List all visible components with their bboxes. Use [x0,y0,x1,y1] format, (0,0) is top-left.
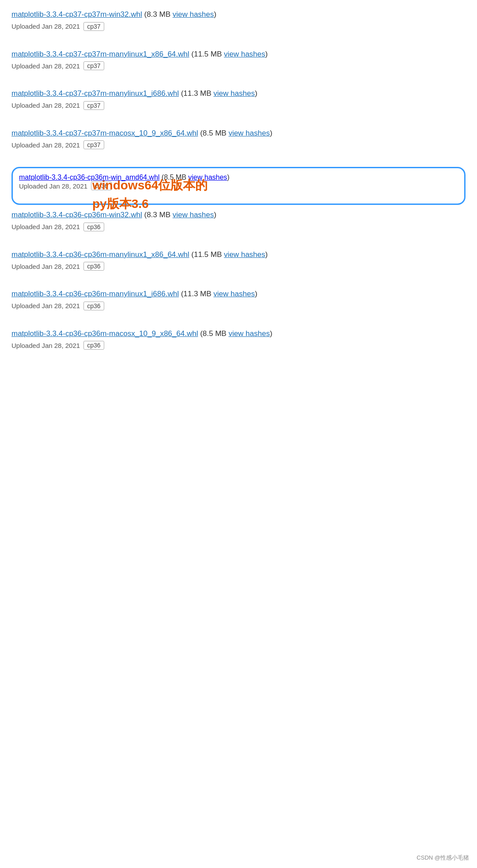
file-download-link[interactable]: matplotlib-3.3.4-cp36-cp36m-win32.whl [11,211,142,219]
file-link-line: matplotlib-3.3.4-cp37-cp37m-manylinux1_i… [11,88,466,99]
python-tag-badge: cp37 [83,101,104,110]
file-link-line: matplotlib-3.3.4-cp36-cp36m-macosx_10_9_… [11,328,466,340]
upload-date-text: Uploaded Jan 28, 2021 [11,302,80,309]
upload-date-text: Uploaded Jan 28, 2021 [11,342,80,349]
python-tag-badge: cp36 [91,181,111,190]
file-download-link[interactable]: matplotlib-3.3.4-cp36-cp36m-macosx_10_9_… [11,329,198,338]
view-hashes-link[interactable]: view hashes [228,129,270,137]
upload-date-text: Uploaded Jan 28, 2021 [11,102,80,109]
file-download-link[interactable]: matplotlib-3.3.4-cp36-cp36m-manylinux1_i… [11,290,179,298]
file-entry-cp36-manylinux1-x86_64: matplotlib-3.3.4-cp36-cp36m-manylinux1_x… [11,249,466,284]
view-hashes-link[interactable]: view hashes [173,10,214,19]
file-entry-cp36-win32: matplotlib-3.3.4-cp36-cp36m-win32.whl (8… [11,209,466,245]
view-hashes-link[interactable]: view hashes [224,250,265,259]
file-size-meta: (8.5 MB view hashes) [198,329,272,338]
csdn-watermark: CSDN @性感小毛猪 [416,854,469,862]
upload-info-line: Uploaded Jan 28, 2021cp37 [11,140,466,149]
view-hashes-link[interactable]: view hashes [173,211,214,219]
upload-info-line: Uploaded Jan 28, 2021cp36 [19,181,458,190]
file-download-link[interactable]: matplotlib-3.3.4-cp37-cp37m-macosx_10_9_… [11,129,198,137]
file-size-meta: (11.5 MB view hashes) [189,250,268,259]
view-hashes-link[interactable]: view hashes [228,329,270,338]
upload-info-line: Uploaded Jan 28, 2021cp36 [11,341,466,350]
upload-date-text: Uploaded Jan 28, 2021 [11,263,80,270]
python-tag-badge: cp36 [83,341,104,350]
file-entry-cp37-manylinux1-i686: matplotlib-3.3.4-cp37-cp37m-manylinux1_i… [11,88,466,123]
upload-info-line: Uploaded Jan 28, 2021cp36 [11,302,466,310]
python-tag-badge: cp36 [83,223,104,231]
view-hashes-link[interactable]: view hashes [188,174,227,181]
python-tag-badge: cp36 [83,262,104,271]
file-link-line: matplotlib-3.3.4-cp36-cp36m-win_amd64.wh… [19,174,458,181]
python-tag-badge: cp36 [83,302,104,310]
upload-info-line: Uploaded Jan 28, 2021cp37 [11,61,466,70]
file-download-link[interactable]: matplotlib-3.3.4-cp37-cp37m-manylinux1_i… [11,89,179,98]
file-download-link[interactable]: matplotlib-3.3.4-cp36-cp36m-win_amd64.wh… [19,174,159,181]
file-link-line: matplotlib-3.3.4-cp37-cp37m-macosx_10_9_… [11,128,466,139]
python-tag-badge: cp37 [83,61,104,70]
file-size-meta: (11.3 MB view hashes) [179,290,257,298]
upload-date-text: Uploaded Jan 28, 2021 [11,141,80,149]
file-entry-cp36-manylinux1-i686: matplotlib-3.3.4-cp36-cp36m-manylinux1_i… [11,288,466,324]
file-size-meta: (8.5 MB view hashes) [159,174,229,181]
upload-info-line: Uploaded Jan 28, 2021cp36 [11,262,466,271]
file-size-meta: (11.3 MB view hashes) [179,89,257,98]
file-size-meta: (8.3 MB view hashes) [142,10,216,19]
upload-date-text: Uploaded Jan 28, 2021 [11,23,80,30]
view-hashes-link[interactable]: view hashes [213,290,255,298]
upload-info-line: Uploaded Jan 28, 2021cp37 [11,22,466,31]
file-entry-cp37-manylinux1-x86_64: matplotlib-3.3.4-cp37-cp37m-manylinux1_x… [11,49,466,84]
file-download-link[interactable]: matplotlib-3.3.4-cp36-cp36m-manylinux1_x… [11,250,189,259]
file-entry-cp36-macosx: matplotlib-3.3.4-cp36-cp36m-macosx_10_9_… [11,328,466,363]
file-entry-cp37-win32: matplotlib-3.3.4-cp37-cp37m-win32.whl (8… [11,9,466,44]
file-size-meta: (8.5 MB view hashes) [198,129,272,137]
file-link-line: matplotlib-3.3.4-cp36-cp36m-win32.whl (8… [11,209,466,221]
file-link-line: matplotlib-3.3.4-cp37-cp37m-win32.whl (8… [11,9,466,20]
file-size-meta: (11.5 MB view hashes) [189,50,268,58]
upload-date-text: Uploaded Jan 28, 2021 [11,223,80,230]
upload-date-text: Uploaded Jan 28, 2021 [11,62,80,70]
file-entry-cp36-win-amd64: windows64位版本的py版本3.6matplotlib-3.3.4-cp3… [11,167,466,205]
file-entries-list: matplotlib-3.3.4-cp37-cp37m-win32.whl (8… [11,9,466,363]
upload-info-line: Uploaded Jan 28, 2021cp36 [11,223,466,231]
view-hashes-link[interactable]: view hashes [224,50,265,58]
python-tag-badge: cp37 [83,22,104,31]
file-link-line: matplotlib-3.3.4-cp36-cp36m-manylinux1_i… [11,288,466,300]
file-link-line: matplotlib-3.3.4-cp36-cp36m-manylinux1_x… [11,249,466,260]
file-download-link[interactable]: matplotlib-3.3.4-cp37-cp37m-manylinux1_x… [11,50,189,58]
upload-date-text: Uploaded Jan 28, 2021 [19,182,87,190]
file-size-meta: (8.3 MB view hashes) [142,211,216,219]
file-download-link[interactable]: matplotlib-3.3.4-cp37-cp37m-win32.whl [11,10,142,19]
view-hashes-link[interactable]: view hashes [213,89,255,98]
file-link-line: matplotlib-3.3.4-cp37-cp37m-manylinux1_x… [11,49,466,60]
python-tag-badge: cp37 [83,140,104,149]
file-entry-cp37-macosx: matplotlib-3.3.4-cp37-cp37m-macosx_10_9_… [11,128,466,163]
upload-info-line: Uploaded Jan 28, 2021cp37 [11,101,466,110]
